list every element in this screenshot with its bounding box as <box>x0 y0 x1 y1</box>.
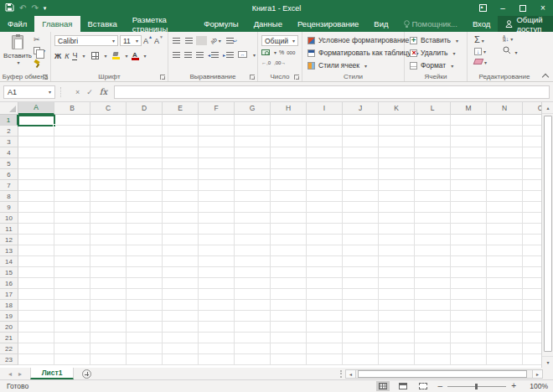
grid-cell[interactable] <box>199 137 235 147</box>
grid-cell[interactable] <box>307 115 343 126</box>
grid-cell[interactable] <box>343 289 379 300</box>
grid-cell[interactable] <box>451 267 487 278</box>
grid-cell[interactable] <box>271 137 307 147</box>
grid-cell[interactable] <box>451 126 487 137</box>
tab-home[interactable]: Главная <box>34 16 80 32</box>
grid-cell[interactable] <box>487 147 523 158</box>
grid-cell[interactable] <box>127 245 163 256</box>
grid-cell[interactable] <box>271 202 307 213</box>
grid-cell[interactable] <box>415 278 451 289</box>
grid-cell[interactable] <box>127 202 163 213</box>
grid-cell[interactable] <box>415 137 451 147</box>
grid-cell[interactable] <box>235 267 271 278</box>
grid-cell[interactable] <box>415 169 451 180</box>
grid-cell[interactable] <box>271 158 307 169</box>
column-header[interactable]: A <box>18 102 54 115</box>
grid-cell[interactable] <box>18 202 54 213</box>
grid-cell[interactable] <box>18 354 54 365</box>
grid-cell[interactable] <box>235 169 271 180</box>
grid-cell[interactable] <box>415 311 451 322</box>
clipboard-dialog-launcher-icon[interactable] <box>43 75 48 80</box>
grid-cell[interactable] <box>54 224 90 235</box>
grid-cell[interactable] <box>163 191 199 202</box>
grid-cell[interactable] <box>523 158 541 169</box>
row-header[interactable]: 10 <box>0 213 18 224</box>
insert-cells-button[interactable]: Вставить▾ <box>410 36 458 44</box>
grid-cell[interactable] <box>199 115 235 126</box>
row-header[interactable]: 11 <box>0 224 18 235</box>
row-header[interactable]: 3 <box>0 137 18 147</box>
grid-cell[interactable] <box>523 267 541 278</box>
grid-cell[interactable] <box>199 147 235 158</box>
grid-cell[interactable] <box>199 333 235 343</box>
grid-cell[interactable] <box>415 224 451 235</box>
grid-cell[interactable] <box>271 354 307 365</box>
grid-cell[interactable] <box>127 137 163 147</box>
grid-cell[interactable] <box>307 300 343 311</box>
column-header[interactable]: L <box>415 102 451 115</box>
grid-cell[interactable] <box>451 235 487 245</box>
grid-cell[interactable] <box>235 158 271 169</box>
grid-cell[interactable] <box>307 158 343 169</box>
grid-cell[interactable] <box>18 300 54 311</box>
grid-cell[interactable] <box>235 278 271 289</box>
grid-cell[interactable] <box>379 115 415 126</box>
grid-cell[interactable] <box>451 245 487 256</box>
grid-cell[interactable] <box>54 300 90 311</box>
grid-cell[interactable] <box>235 235 271 245</box>
find-select-button[interactable]: ▾ <box>503 46 518 56</box>
grid-cell[interactable] <box>90 180 127 191</box>
grid-cell[interactable] <box>54 245 90 256</box>
grid-cell[interactable] <box>451 278 487 289</box>
decrease-indent-icon[interactable]: ◂ <box>208 52 219 58</box>
grid-cell[interactable] <box>307 213 343 224</box>
grid-cell[interactable] <box>271 115 307 126</box>
grid-cell[interactable] <box>54 169 90 180</box>
row-header[interactable]: 15 <box>0 267 18 278</box>
grid-cell[interactable] <box>487 126 523 137</box>
underline-button[interactable]: Ч <box>72 51 77 60</box>
grid-cell[interactable] <box>271 126 307 137</box>
grid-cell[interactable] <box>343 115 379 126</box>
grid-cell[interactable] <box>451 256 487 267</box>
share-button[interactable]: Общий доступ <box>498 16 553 32</box>
grid-cell[interactable] <box>415 126 451 137</box>
grid-cell[interactable] <box>523 213 541 224</box>
column-header[interactable]: E <box>163 102 199 115</box>
page-break-view-button[interactable] <box>416 381 430 391</box>
grid-cell[interactable] <box>54 115 90 126</box>
format-painter-button[interactable] <box>34 60 41 68</box>
row-header[interactable]: 2 <box>0 126 18 137</box>
grid-cell[interactable] <box>343 235 379 245</box>
grid-cell[interactable] <box>451 115 487 126</box>
grid-cell[interactable] <box>199 213 235 224</box>
tab-view[interactable]: Вид <box>366 16 395 32</box>
grid-cell[interactable] <box>199 322 235 333</box>
horizontal-scrollbar[interactable]: ◂ ▸ <box>340 368 553 379</box>
insert-function-icon[interactable]: fx <box>100 87 107 96</box>
grid-cell[interactable] <box>163 169 199 180</box>
grid-cell[interactable] <box>90 278 127 289</box>
grid-cell[interactable] <box>451 191 487 202</box>
grid-cell[interactable] <box>90 137 127 147</box>
grid-cell[interactable] <box>199 180 235 191</box>
normal-view-button[interactable] <box>376 381 390 391</box>
grid-cell[interactable] <box>90 256 127 267</box>
grid-cell[interactable] <box>127 300 163 311</box>
sheet-nav-right-icon[interactable]: ▸ <box>18 370 22 378</box>
grid-cell[interactable] <box>199 300 235 311</box>
grid-cell[interactable] <box>379 224 415 235</box>
decrease-font-size-button[interactable]: А▼ <box>154 37 159 45</box>
grid-cell[interactable] <box>523 126 541 137</box>
grid-cell[interactable] <box>163 137 199 147</box>
grid-cell[interactable] <box>199 343 235 354</box>
grid-cell[interactable] <box>523 235 541 245</box>
grid-cell[interactable] <box>163 267 199 278</box>
grid-cell[interactable] <box>90 267 127 278</box>
grid-cell[interactable] <box>271 169 307 180</box>
grid-cell[interactable] <box>343 311 379 322</box>
font-size-select[interactable]: 11▾ <box>120 35 142 46</box>
grid-cell[interactable] <box>487 311 523 322</box>
grid-cell[interactable] <box>487 202 523 213</box>
cell-styles-button[interactable]: Стили ячеек▾ <box>308 61 367 70</box>
